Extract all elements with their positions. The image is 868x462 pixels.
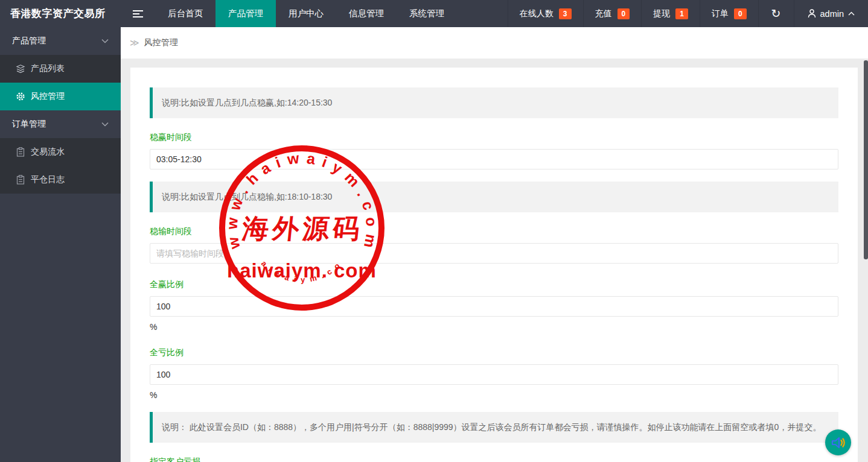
form-card: 说明:比如设置几点到几点稳赢,如:14:20-15:30 稳赢时间段 说明:比如… (130, 68, 858, 462)
recharge-count-badge: 0 (617, 8, 630, 19)
main-content: 说明:比如设置几点到几点稳赢,如:14:20-15:30 稳赢时间段 说明:比如… (121, 59, 868, 462)
stat-recharge[interactable]: 充值 0 (583, 0, 642, 27)
sidebar-item-close-log[interactable]: 平仓日志 (0, 166, 121, 194)
nav-info[interactable]: 信息管理 (336, 0, 397, 27)
top-header: 香港数字资产交易所 后台首页 产品管理 用户中心 信息管理 系统管理 在线人数 … (0, 0, 868, 27)
order-count-badge: 0 (734, 8, 747, 19)
all-win-ratio-input[interactable] (150, 296, 838, 317)
all-lose-ratio-input[interactable] (150, 364, 838, 385)
layers-icon (16, 64, 25, 74)
breadcrumb-spread-icon: ≫ (130, 37, 139, 48)
nav-dashboard[interactable]: 后台首页 (155, 0, 215, 27)
header-right: 在线人数 3 充值 0 提现 1 订单 0 ↻ admin (508, 0, 868, 27)
stat-withdraw[interactable]: 提现 1 (641, 0, 700, 27)
win-time-input[interactable] (150, 149, 838, 169)
username: admin (820, 9, 844, 19)
refresh-icon[interactable]: ↻ (758, 0, 794, 27)
nav-users[interactable]: 用户中心 (276, 0, 336, 27)
sidebar-group-products[interactable]: 产品管理 (0, 27, 121, 55)
stat-orders[interactable]: 订单 0 (700, 0, 758, 27)
nav-products[interactable]: 产品管理 (215, 0, 276, 27)
chevron-down-icon (101, 122, 109, 127)
app-logo: 香港数字资产交易所 (0, 0, 121, 27)
sidebar-item-trade-flow[interactable]: 交易流水 (0, 138, 121, 166)
stat-online-users[interactable]: 在线人数 3 (508, 0, 583, 27)
online-count-badge: 3 (559, 8, 572, 19)
breadcrumb: 风控管理 (144, 37, 178, 48)
breadcrumb-bar: ≫ 风控管理 (121, 27, 868, 59)
note-lose-time: 说明:比如设置几点到几点稳输,如:18:10-18:30 (150, 182, 838, 212)
sidebar-group-orders[interactable]: 订单管理 (0, 110, 121, 138)
label-all-win-ratio: 全赢比例 (150, 279, 838, 290)
chevron-down-icon (101, 39, 109, 43)
chevron-up-icon (848, 11, 855, 16)
document-icon (16, 175, 25, 185)
vertical-scrollbar-thumb[interactable] (864, 60, 868, 259)
sidebar-item-product-list[interactable]: 产品列表 (0, 55, 121, 83)
percent-suffix: % (150, 390, 838, 400)
label-client-loss: 指定客户亏损 (150, 457, 838, 462)
person-icon (808, 9, 816, 18)
note-win-time: 说明:比如设置几点到几点稳赢,如:14:20-15:30 (150, 87, 838, 118)
lose-time-input[interactable] (150, 243, 838, 264)
label-lose-time: 稳输时间段 (150, 226, 838, 237)
label-win-time: 稳赢时间段 (150, 132, 838, 143)
top-nav: 后台首页 产品管理 用户中心 信息管理 系统管理 (155, 0, 457, 27)
sidebar: 产品管理 产品列表 风控管理 订单管理 (0, 27, 121, 462)
percent-suffix: % (150, 322, 838, 332)
user-menu[interactable]: admin (794, 0, 868, 27)
sound-button[interactable] (825, 429, 851, 455)
menu-toggle-icon[interactable] (121, 0, 155, 27)
speaker-icon (831, 436, 846, 449)
gear-icon (16, 92, 25, 101)
nav-system[interactable]: 系统管理 (397, 0, 457, 27)
label-all-lose-ratio: 全亏比例 (150, 347, 838, 358)
note-member-id: 说明： 此处设置会员ID（如：8888），多个用户用|符号分开（如：8888|9… (150, 412, 838, 443)
withdraw-count-badge: 1 (675, 8, 688, 19)
sidebar-item-risk-control[interactable]: 风控管理 (0, 83, 121, 110)
document-icon (16, 147, 25, 157)
